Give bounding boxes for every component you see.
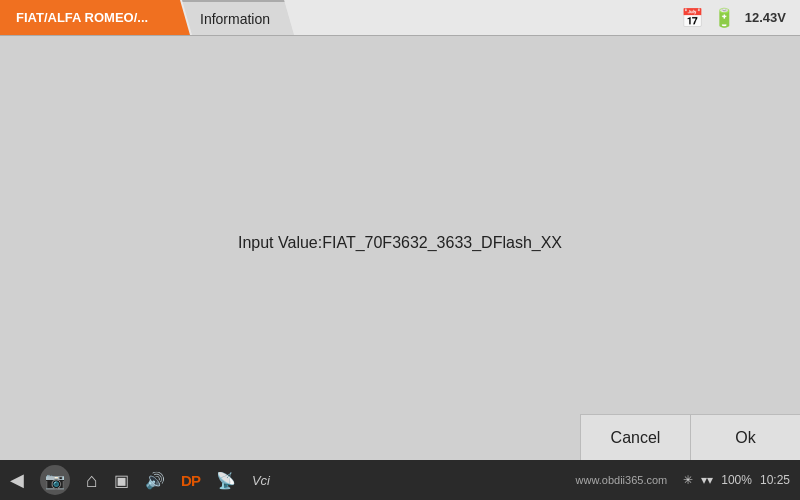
bottom-right-status: ✳ ▾▾ 100% 10:25 [683, 473, 790, 487]
top-bar: FIAT/ALFA ROMEO/... Information 📅 🔋 12.4… [0, 0, 800, 36]
top-right-status: 📅 🔋 12.43V [681, 0, 800, 35]
info-tab[interactable]: Information [182, 0, 294, 35]
back-icon[interactable]: ◀ [10, 469, 24, 491]
cancel-button[interactable]: Cancel [580, 415, 690, 461]
ok-button[interactable]: Ok [690, 415, 800, 461]
battery-voltage-icon: 🔋 [713, 7, 735, 29]
dp-logo: DP [181, 472, 200, 489]
schedule-icon: 📅 [681, 7, 703, 29]
window-icon[interactable]: ▣ [114, 471, 129, 490]
volume-icon[interactable]: 🔊 [145, 471, 165, 490]
voltage-label: 12.43V [745, 10, 786, 25]
battery-percent: 100% [721, 473, 752, 487]
home-icon[interactable]: ⌂ [86, 469, 98, 492]
wifi-icon: ▾▾ [701, 473, 713, 487]
camera-icon[interactable]: 📷 [40, 465, 70, 495]
bluetooth-icon: ✳ [683, 473, 693, 487]
signal-icon: 📡 [216, 471, 236, 490]
bottom-bar: ◀ 📷 ⌂ ▣ 🔊 DP 📡 Vci www.obdii365.com ✳ ▾▾… [0, 460, 800, 500]
brand-label: FIAT/ALFA ROMEO/... [16, 10, 148, 25]
main-content: Input Value:FIAT_70F3632_3633_DFlash_XX [0, 36, 800, 450]
info-tab-label: Information [200, 11, 270, 27]
action-bar: Cancel Ok [580, 414, 800, 460]
brand-tab[interactable]: FIAT/ALFA ROMEO/... [0, 0, 190, 35]
vci-logo: Vci [252, 473, 270, 488]
time-label: 10:25 [760, 473, 790, 487]
website-label: www.obdii365.com [576, 474, 668, 486]
input-value-display: Input Value:FIAT_70F3632_3633_DFlash_XX [238, 234, 562, 252]
